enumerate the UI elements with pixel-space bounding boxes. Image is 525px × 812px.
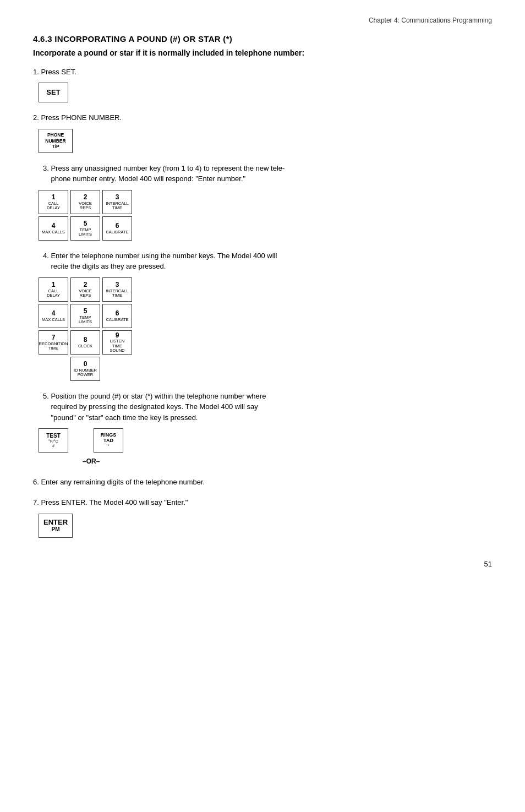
set-button[interactable]: SET [39,83,68,102]
key-1-btn[interactable]: 1CALLDELAY [39,190,68,214]
key-4-btn[interactable]: 4MAX CALLS [39,216,68,241]
step-6: 6. Enter any remaining digits of the tel… [33,477,492,488]
step-1: 1. Press SET. SET [33,67,492,103]
step-3: 3. Press any unassigned number key (from… [33,163,492,241]
step-4-text: 4. Enter the telephone number using the … [43,250,492,272]
step-4: 4. Enter the telephone number using the … [33,250,492,381]
key-9-btn[interactable]: 9LISTEN TIMESOUND [102,330,132,355]
key-2b-btn[interactable]: 2VOICEREPS [70,277,100,302]
key-6b-btn[interactable]: 6CALIBRATE [102,304,132,328]
step-7-text: 7. Press ENTER. The Model 400 will say "… [33,497,492,508]
key-3b-btn[interactable]: 3INTERCALLTIME [102,277,132,302]
key-3-btn[interactable]: 3INTERCALLTIME [102,190,132,214]
or-label: –OR– [83,456,100,466]
key-6-btn[interactable]: 6CALIBRATE [102,216,132,241]
rings-tad-button[interactable]: RINGS TAD * [94,428,123,453]
test-button[interactable]: TEST °F/°C # [39,428,68,453]
step-2-text: 2. Press PHONE NUMBER. [33,112,492,123]
page-number: 51 [33,560,492,568]
enter-button[interactable]: ENTER PM [39,514,73,538]
step-5-text: 5. Position the pound (#) or star (*) wi… [43,391,492,423]
step-2: 2. Press PHONE NUMBER. PHONE NUMBER T/P [33,112,492,153]
step-5: 5. Position the pound (#) or star (*) wi… [33,391,492,467]
key-8-btn[interactable]: 8CLOCK [70,330,100,355]
key-5b-btn[interactable]: 5TEMP LIMITS [70,304,100,328]
section-subtitle: Incorporate a pound or star if it is nor… [33,48,492,59]
key-7-btn[interactable]: 7RECOGNITIONTIME [39,330,68,355]
step-3-text: 3. Press any unassigned number key (from… [43,163,492,184]
phone-number-button[interactable]: PHONE NUMBER T/P [39,129,73,153]
key-1b-btn[interactable]: 1CALLDELAY [39,277,68,302]
step-7: 7. Press ENTER. The Model 400 will say "… [33,497,492,538]
key-4b-btn[interactable]: 4MAX CALLS [39,304,68,328]
chapter-header: Chapter 4: Communications Programming [33,17,492,24]
key-0-btn[interactable]: 0ID NUMBERPOWER [70,357,100,381]
section-title: 4.6.3 INCORPORATING A POUND (#) OR STAR … [33,34,492,43]
key-2-btn[interactable]: 2VOICEREPS [70,190,100,214]
step-1-text: 1. Press SET. [33,67,492,78]
test-rings-row: TEST °F/°C # RINGS TAD * [39,428,492,453]
key-5-btn[interactable]: 5TEMP LIMITS [70,216,100,241]
step-6-text: 6. Enter any remaining digits of the tel… [33,477,492,488]
